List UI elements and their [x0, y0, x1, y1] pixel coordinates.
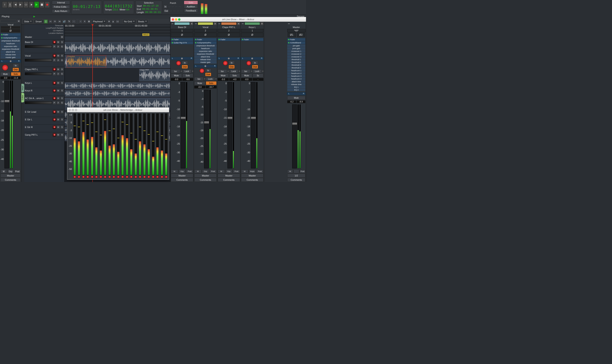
- plugin-box[interactable]: FaderAUDynamicsProompression thresholdhe…: [194, 38, 217, 64]
- meter-rec-button[interactable]: [113, 176, 115, 178]
- plugin-box[interactable]: Fader: [217, 38, 241, 57]
- mixer-strip-name[interactable]: Claps PRT-L: [217, 26, 241, 29]
- strip-hide-button[interactable]: ✕: [237, 22, 240, 25]
- comments-button[interactable]: Comments: [171, 178, 193, 182]
- track-header[interactable]: E Gtr LeadMS: [24, 109, 65, 117]
- plugin-param[interactable]: master gain: [0, 56, 21, 59]
- rec-button[interactable]: [223, 61, 228, 65]
- track-header[interactable]: Claps PRT-LMSPAG: [24, 67, 65, 80]
- midi-panic-button[interactable]: !: [2, 1, 7, 8]
- strip-color[interactable]: [245, 22, 260, 25]
- master-pan[interactable]: LR: [287, 92, 306, 95]
- play-range-button[interactable]: [29, 1, 34, 8]
- mute-button[interactable]: Mute: [171, 74, 182, 78]
- meter-rec-button[interactable]: [104, 176, 106, 178]
- strip-phase-button[interactable]: Ø: [1, 29, 20, 32]
- strip-hide-button[interactable]: ✕: [260, 22, 263, 25]
- strip-color-swatch[interactable]: [0, 20, 16, 23]
- sync-internal-button[interactable]: Internal: [52, 1, 70, 4]
- strip-input-count[interactable]: 2: [1, 26, 20, 29]
- comments-button[interactable]: Comments: [194, 178, 217, 182]
- stop-button[interactable]: [39, 1, 44, 8]
- track-lane[interactable]: Overdub: [65, 55, 170, 68]
- meter-rec-button[interactable]: [91, 176, 94, 178]
- tool-cut-button[interactable]: ✂: [53, 19, 57, 24]
- meter-rec-button[interactable]: [126, 176, 128, 178]
- meter-rec-button[interactable]: [135, 176, 137, 178]
- plugin-param[interactable]: expansion ratio: [0, 45, 21, 48]
- width-icon[interactable]: ⇿: [287, 22, 290, 25]
- tool-object-button[interactable]: ◱: [44, 19, 48, 24]
- meterbridge-titlebar[interactable]: a4-Live-Show – Meterbridge – Ardour: [67, 108, 169, 112]
- rec-button[interactable]: [176, 61, 181, 65]
- tool-draw-button[interactable]: ✎: [67, 19, 71, 24]
- track-name[interactable]: Gang PRT-L: [25, 133, 38, 136]
- meter-rec-button[interactable]: [156, 176, 159, 178]
- track-lane[interactable]: Claps PRT: [65, 68, 170, 82]
- pan-control[interactable]: LR: [241, 57, 264, 60]
- meter-rec-button[interactable]: [130, 176, 133, 178]
- strip-mute-button[interactable]: Mute: [0, 72, 10, 76]
- strip-comments-button[interactable]: Comments: [0, 178, 21, 182]
- tool-stretch-button[interactable]: ⇥: [57, 19, 61, 24]
- channel-fader[interactable]: [228, 82, 232, 169]
- tool-contents-button[interactable]: ⋯: [72, 19, 76, 24]
- metronome-button[interactable]: [7, 1, 13, 8]
- comments-button[interactable]: Comments: [241, 178, 263, 182]
- loop-button[interactable]: [23, 1, 28, 8]
- track-gain-slider[interactable]: [25, 59, 52, 62]
- strip-plugin-box[interactable]: Fader AUDynamicsPro ompression threshold…: [0, 33, 21, 59]
- solo-indicator-button[interactable]: Solo: [184, 1, 198, 4]
- pan-control[interactable]: LR: [217, 57, 241, 60]
- track-gain-slider[interactable]: [25, 101, 52, 104]
- strip-close-button[interactable]: ✕: [17, 19, 21, 23]
- phase-button[interactable]: Ø: [241, 33, 263, 37]
- solo-button[interactable]: Solo: [206, 81, 217, 85]
- mixer-strip-name[interactable]: Vocal: [194, 26, 217, 29]
- track-expand-button[interactable]: ▴: [111, 19, 115, 24]
- plugin-box[interactable]: FaderGuitar Rig 5 FX: [170, 38, 194, 57]
- meter-rec-button[interactable]: [100, 176, 102, 178]
- track-lane[interactable]: [65, 36, 170, 41]
- meter-rec-button[interactable]: [117, 176, 120, 178]
- solo-button[interactable]: Solo: [182, 74, 193, 78]
- master-plugin-box[interactable]: Fader AUMultiband pre-gainpost-gaincross…: [287, 38, 306, 92]
- mute-button[interactable]: Mute: [218, 74, 229, 78]
- strip-hide-button[interactable]: ✕: [214, 22, 217, 25]
- track-header[interactable]: Gang PRT-LMS: [24, 132, 65, 140]
- output-button[interactable]: Master: [218, 174, 240, 178]
- strip-in-button[interactable]: In: [13, 64, 19, 67]
- strip-disk-button[interactable]: Disk: [13, 68, 19, 71]
- zoom-fit-button[interactable]: ⊕: [87, 19, 91, 24]
- meter-rec-button[interactable]: [82, 176, 85, 178]
- strip-peak-readout[interactable]: -11.6: [11, 77, 21, 79]
- mixer-window[interactable]: a4-Live-Show – Mixer – Ardour ⇿✕Bass DI1…: [170, 17, 306, 182]
- meter-rec-button[interactable]: [73, 176, 76, 178]
- plugin-param[interactable]: attack time: [0, 51, 21, 53]
- track-name[interactable]: E Gtr Lead: [25, 111, 36, 113]
- punch-out-button[interactable]: Out: [163, 9, 169, 13]
- channel-fader[interactable]: [251, 82, 256, 169]
- meter-rec-button[interactable]: [143, 176, 146, 178]
- strip-gain-readout[interactable]: -0.0: [0, 77, 10, 79]
- auto-return-button[interactable]: Auto Return: [52, 9, 70, 13]
- mixer-titlebar[interactable]: a4-Live-Show – Mixer – Ardour: [170, 17, 306, 22]
- channel-fader[interactable]: [204, 90, 209, 169]
- track-gain-slider[interactable]: [25, 45, 52, 48]
- feedback-button[interactable]: Feedback: [184, 9, 198, 13]
- goto-end-button[interactable]: [18, 1, 23, 8]
- track-height-button[interactable]: ▭: [116, 19, 120, 24]
- meter-rec-button[interactable]: [86, 176, 89, 178]
- solo-button[interactable]: Sc: [253, 74, 264, 78]
- loc-ruler[interactable]: SOLO: [65, 33, 170, 36]
- record-button[interactable]: [45, 1, 50, 8]
- track-header[interactable]: E Gtr LMS: [24, 117, 65, 125]
- output-button[interactable]: Master: [194, 174, 217, 178]
- comments-button[interactable]: Comments: [218, 178, 240, 182]
- mute-button[interactable]: Mute: [194, 81, 205, 85]
- track-gain-slider[interactable]: [25, 73, 52, 75]
- audition-button[interactable]: Audition: [184, 5, 198, 9]
- close-icon[interactable]: [172, 18, 174, 21]
- track-name[interactable]: AC Gtr A…unce-1: [25, 97, 44, 100]
- strip-fader[interactable]: [4, 81, 9, 169]
